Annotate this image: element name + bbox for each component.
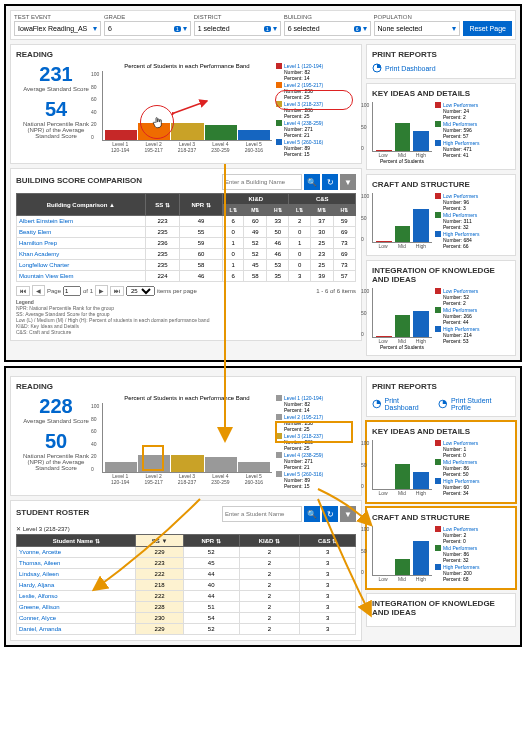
table-row[interactable]: Longfellow Charter235581455302573 xyxy=(17,260,356,271)
refresh-button[interactable]: ↻ xyxy=(322,174,338,190)
mini-bar[interactable] xyxy=(395,464,411,489)
print-dashboard-link[interactable]: Print Dashboard xyxy=(372,63,510,73)
student-search-input[interactable] xyxy=(222,506,302,522)
table-row[interactable]: Greene, Allison2285123 xyxy=(17,602,356,613)
col-building[interactable]: Building Comparison ▲ xyxy=(17,194,146,216)
pager-next[interactable]: ▶ xyxy=(95,285,108,296)
roster-filter-chip[interactable]: ✕ Level 3 (218-237) xyxy=(16,525,356,532)
filter-population[interactable]: None selected▾ xyxy=(374,21,461,36)
print-student-profile-link[interactable]: Print Student Profile xyxy=(438,397,510,411)
print-dashboard-link-b[interactable]: Print Dashboard xyxy=(372,397,432,411)
reading-panel-bottom: READING 228 Average Standard Score 50 Na… xyxy=(10,376,362,496)
filter-button[interactable]: ▼ xyxy=(340,174,356,190)
craft-panel: CRAFT AND STRUCTURE 100500LowMidHighLow … xyxy=(366,174,516,256)
search-button-b[interactable]: 🔍 xyxy=(304,506,320,522)
mini-bar[interactable] xyxy=(395,315,411,337)
roster-table: Student Name ⇅ SS ▼ NPR ⇅ KI&D ⇅ C&S ⇅ Y… xyxy=(16,534,356,635)
building-search-input[interactable] xyxy=(222,174,302,190)
pie-icon xyxy=(372,63,382,73)
mini-bar[interactable] xyxy=(413,472,429,489)
craft-panel-b: CRAFT AND STRUCTURE 100500LowMidHighLow … xyxy=(366,507,516,589)
filter-icon: ▼ xyxy=(344,178,352,187)
col-cs-b[interactable]: C&S ⇅ xyxy=(300,535,356,547)
integration-panel: INTEGRATION OF KNOWLEDGE AND IDEAS 10050… xyxy=(366,260,516,356)
table-row[interactable]: Leslie, Alfonso2224423 xyxy=(17,591,356,602)
reset-page-button[interactable]: Reset Page xyxy=(463,21,512,36)
perf-bar-level3[interactable] xyxy=(171,455,203,473)
perf-bar-level1[interactable] xyxy=(105,462,137,472)
filter-test-event[interactable]: IowaFlex Reading_AS▾ xyxy=(14,21,101,36)
table-row[interactable]: Albert Einstein Elem223496603323759 xyxy=(17,216,356,227)
annotation-box-bar xyxy=(142,445,164,471)
perf-bar-level4[interactable] xyxy=(205,457,237,472)
mini-bar[interactable] xyxy=(376,150,392,151)
perf-band-chart-title: Percent of Students in each Performance … xyxy=(102,63,272,69)
building-table: Building Comparison ▲ SS ⇅ NPR ⇅ KI&D C&… xyxy=(16,193,356,282)
table-row[interactable]: Khan Academy235600524602369 xyxy=(17,249,356,260)
perf-band-chart-b[interactable]: 100806040200 xyxy=(102,403,272,473)
search-icon: 🔍 xyxy=(307,178,317,187)
perf-bar-level5[interactable] xyxy=(238,462,270,473)
mini-bar[interactable] xyxy=(413,541,429,575)
pager-first[interactable]: ⏮ xyxy=(16,286,30,296)
mini-bar[interactable] xyxy=(395,226,411,242)
perf-bar-level3[interactable] xyxy=(171,123,203,141)
mini-bar[interactable] xyxy=(395,123,411,152)
pager-page-input[interactable] xyxy=(63,286,81,296)
print-title: PRINT REPORTS xyxy=(372,50,510,59)
mini-bar[interactable] xyxy=(413,131,429,152)
refresh-icon: ↻ xyxy=(327,178,334,187)
table-row[interactable]: Hardy, Aljana2184023 xyxy=(17,580,356,591)
table-row[interactable]: Lindsay, Aileen2224423 xyxy=(17,569,356,580)
col-ss-b[interactable]: SS ▼ xyxy=(136,535,183,547)
table-row[interactable]: Yvonne, Arcette2295223 xyxy=(17,547,356,558)
table-row[interactable]: Conner, Alyce2305423 xyxy=(17,613,356,624)
table-row[interactable]: Daniel, Amanda2295223 xyxy=(17,624,356,635)
key-ideas-title: KEY IDEAS AND DETAILS xyxy=(372,89,510,98)
annotation-circle-legend xyxy=(275,90,353,110)
annotation-box-legend xyxy=(275,421,353,443)
col-ss[interactable]: SS ⇅ xyxy=(145,194,180,216)
perf-bar-level1[interactable] xyxy=(105,130,137,140)
col-cs: C&S xyxy=(289,194,356,205)
integration-panel-b: INTEGRATION OF KNOWLEDGE AND IDEAS xyxy=(366,593,516,627)
pager-prev[interactable]: ◀ xyxy=(32,285,45,296)
col-npr[interactable]: NPR ⇅ xyxy=(180,194,223,216)
mini-bar[interactable] xyxy=(413,311,429,338)
reading-panel: READING 231 Average Standard Score 54 Na… xyxy=(10,44,362,164)
perf-bar-level5[interactable] xyxy=(238,130,270,141)
items-per-page[interactable]: 25 xyxy=(126,286,155,296)
filter-grade[interactable]: 61 ▾ xyxy=(104,21,191,36)
avg-standard-score: 231 xyxy=(16,63,96,86)
reading-title-b: READING xyxy=(16,382,356,391)
filter-district[interactable]: 1 selected1 ▾ xyxy=(194,21,281,36)
filter-building[interactable]: 6 selected6 ▾ xyxy=(284,21,371,36)
print-reports-panel-b: PRINT REPORTS Print Dashboard Print Stud… xyxy=(366,376,516,417)
mini-bar[interactable] xyxy=(395,559,411,575)
search-button[interactable]: 🔍 xyxy=(304,174,320,190)
avg-score-b: 228 xyxy=(16,395,96,418)
pager-count: 1 - 6 of 6 items xyxy=(316,288,356,294)
filter-label-test-event: TEST EVENT xyxy=(14,14,101,20)
filter-button-b[interactable]: ▼ xyxy=(340,506,356,522)
col-kid: KI&D xyxy=(223,194,289,205)
table-row[interactable]: Mountain View Elem224466583533957 xyxy=(17,271,356,282)
perf-bar-level4[interactable] xyxy=(205,125,237,140)
table-row[interactable]: Hamilton Prep236591524612573 xyxy=(17,238,356,249)
pager-last[interactable]: ⏭ xyxy=(110,286,124,296)
npr-b: 50 xyxy=(16,430,96,453)
legend-section: Legend NPR: National Percentile Rank for… xyxy=(16,299,356,335)
top-dashboard-frame: TEST EVENT IowaFlex Reading_AS▾ GRADE 61… xyxy=(4,4,522,362)
table-row[interactable]: Thomas, Aileen2234523 xyxy=(17,558,356,569)
mini-bar[interactable] xyxy=(413,209,429,242)
print-reports-panel: PRINT REPORTS Print Dashboard xyxy=(366,44,516,79)
refresh-button-b[interactable]: ↻ xyxy=(322,506,338,522)
col-npr-b[interactable]: NPR ⇅ xyxy=(183,535,239,547)
mini-bar[interactable] xyxy=(376,241,392,243)
col-kid-b[interactable]: KI&D ⇅ xyxy=(239,535,299,547)
npr-label: National Percentile Rank (NPR) of the Av… xyxy=(16,121,96,139)
pager: ⏮ ◀ Page of 1 ▶ ⏭ 25 items per page 1 - … xyxy=(16,285,356,296)
mini-bar[interactable] xyxy=(376,336,392,337)
table-row[interactable]: Beatty Elem235550495003069 xyxy=(17,227,356,238)
col-student-name[interactable]: Student Name ⇅ xyxy=(17,535,136,547)
